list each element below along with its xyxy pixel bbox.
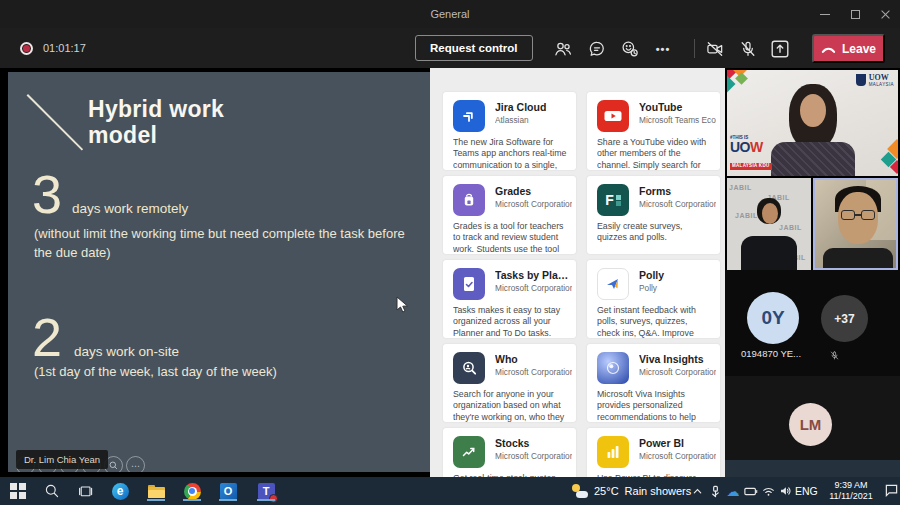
task-view-icon <box>78 483 94 499</box>
teams-meeting-window: General 01:01:17 Request control ••• <box>0 0 900 505</box>
recording-indicator-icon <box>20 42 33 55</box>
polly-icon <box>597 268 629 300</box>
video-tile-jabil[interactable]: JABIL JABIL JABIL JABIL JABIL JABIL <box>727 178 811 270</box>
teams-icon: T <box>258 483 275 500</box>
app-card-grades[interactable]: Grades Microsoft Corporation Grades is a… <box>443 176 576 254</box>
taskbar-edge-button[interactable]: e <box>110 481 130 501</box>
close-button[interactable] <box>870 0 900 28</box>
app-card-polly[interactable]: Polly Polly Get instant feedback with po… <box>587 260 720 338</box>
close-icon <box>880 9 891 20</box>
meeting-timer: 01:01:17 <box>43 42 86 54</box>
participant-avatar-tile[interactable]: 0Y +37 0194870 YE... <box>725 270 900 376</box>
weather-temp: 25°C <box>594 485 619 497</box>
taskbar-weather-widget[interactable]: 25°C Rain showers <box>572 477 691 505</box>
participant-mic-muted-icon <box>829 347 840 365</box>
youtube-icon <box>597 100 629 132</box>
windows-logo-icon <box>10 483 26 499</box>
forms-icon: F <box>597 184 629 216</box>
slide-point2-label: days work on-site <box>74 344 179 359</box>
app-card-youtube[interactable]: YouTube Microsoft Teams Ecosystem Share … <box>587 92 720 170</box>
reactions-icon <box>620 39 640 59</box>
app-card-viva-insights[interactable]: Viva Insights Microsoft Corporation Micr… <box>587 344 720 422</box>
slide-point1-note: (without limit the working time but need… <box>34 225 406 263</box>
tray-language-indicator[interactable]: ENG <box>795 477 818 505</box>
app-card-jira-cloud[interactable]: Jira Cloud Atlassian The new Jira Softwa… <box>443 92 576 170</box>
magnifier-icon <box>108 460 119 471</box>
mouse-cursor <box>396 296 409 314</box>
maximize-button[interactable] <box>840 0 870 28</box>
window-title: General <box>0 0 900 28</box>
shared-presentation-slide: Hybrid work model 3 days work remotely (… <box>8 72 430 472</box>
notification-dot <box>269 494 278 503</box>
taskbar-search-button[interactable] <box>42 481 62 501</box>
action-center-button[interactable] <box>884 483 899 501</box>
clock-date: 11/11/2021 <box>822 491 880 502</box>
share-screen-button[interactable] <box>768 37 792 61</box>
tray-battery-icon[interactable] <box>743 481 759 501</box>
app-card-forms[interactable]: F Forms Microsoft Corporation Easily cre… <box>587 176 720 254</box>
app-card-who[interactable]: Who Microsoft Corporation Search for any… <box>443 344 576 422</box>
participant-name-label: 0194870 YE... <box>741 348 801 359</box>
wifi-icon <box>762 486 775 497</box>
tray-show-hidden-icons-button[interactable] <box>689 481 705 501</box>
camera-off-button[interactable] <box>702 36 728 62</box>
speaker-icon <box>779 485 792 497</box>
share-screen-icon <box>769 38 791 60</box>
participant-avatar-tile[interactable]: LM <box>725 376 900 460</box>
action-center-icon <box>884 483 899 497</box>
taskbar-clock[interactable]: 9:39 AM 11/11/2021 <box>822 480 880 503</box>
people-icon <box>553 39 573 59</box>
chat-icon <box>587 39 607 59</box>
avatar-0y: 0Y <box>747 292 799 344</box>
battery-icon <box>744 487 758 496</box>
meeting-toolbar: 01:01:17 Request control ••• Leave <box>0 28 900 68</box>
outlook-icon: O <box>220 483 237 500</box>
participants-sidebar: UOW MALAYSIA #THIS IS UOW MALAYSIA KDU J… <box>725 68 900 477</box>
avatar-more-count[interactable]: +37 <box>821 295 868 342</box>
tray-volume-icon[interactable] <box>777 481 793 501</box>
request-control-button[interactable]: Request control <box>415 35 533 61</box>
leave-button[interactable]: Leave <box>812 34 885 63</box>
tray-wifi-icon[interactable] <box>760 481 776 501</box>
maximize-icon <box>851 10 860 19</box>
slideshow-more-button[interactable]: ⋯ <box>126 456 145 472</box>
slide-point1-label: days work remotely <box>72 201 188 216</box>
chevron-up-icon <box>692 486 703 497</box>
taskbar-chrome-button[interactable] <box>182 481 202 501</box>
chrome-icon <box>184 483 201 500</box>
start-button[interactable] <box>8 481 28 501</box>
more-options-button[interactable]: ••• <box>650 36 676 62</box>
presenter-name-label: Dr. Lim Chia Yean <box>16 450 108 469</box>
edge-icon: e <box>112 483 129 500</box>
leave-label: Leave <box>842 42 876 56</box>
mic-off-button[interactable] <box>735 36 761 62</box>
window-titlebar: General <box>0 0 900 28</box>
video-tile-active-speaker[interactable] <box>813 178 898 270</box>
teams-apps-panel: Jira Cloud Atlassian The new Jira Softwa… <box>430 68 725 477</box>
taskbar-outlook-button[interactable]: O <box>218 481 238 501</box>
glasses <box>841 210 875 220</box>
grades-icon <box>453 184 485 216</box>
taskbar-file-explorer-button[interactable] <box>146 481 166 501</box>
power-bi-icon <box>597 436 629 468</box>
weather-desc: Rain showers <box>625 485 692 497</box>
participants-button[interactable] <box>550 36 576 62</box>
app-card-tasks[interactable]: Tasks by Planner and To ... Microsoft Co… <box>443 260 576 338</box>
tray-usb-icon[interactable] <box>707 481 723 501</box>
video-tile-speaker-uow[interactable]: UOW MALAYSIA #THIS IS UOW MALAYSIA KDU <box>727 70 898 176</box>
sidebar-bottom-strip <box>725 460 900 477</box>
tray-onedrive-icon[interactable]: ☁ <box>725 481 741 501</box>
avatar-lm: LM <box>789 403 832 446</box>
weather-icon <box>572 484 588 498</box>
windows-taskbar: e O T 25°C Rain showers ☁ <box>0 477 900 505</box>
minimize-button[interactable] <box>810 0 840 28</box>
viva-insights-icon <box>597 352 629 384</box>
task-view-button[interactable] <box>76 481 96 501</box>
tasks-planner-icon <box>453 268 485 300</box>
taskbar-teams-button[interactable]: T <box>256 481 276 501</box>
chat-button[interactable] <box>584 36 610 62</box>
reactions-button[interactable] <box>617 36 643 62</box>
slide-number-2: 2 <box>32 310 62 364</box>
who-icon <box>453 352 485 384</box>
file-explorer-icon <box>148 485 165 498</box>
